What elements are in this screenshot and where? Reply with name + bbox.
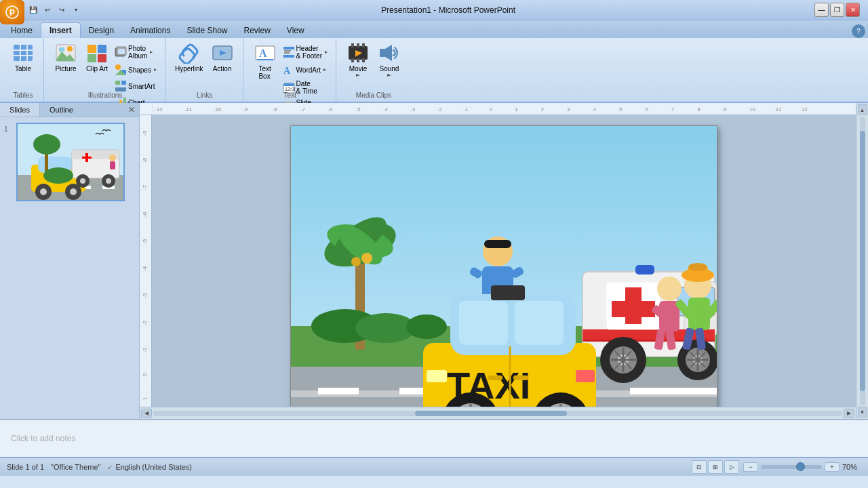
headerfooter-button[interactable]: Header& Footer <box>281 43 330 61</box>
tab-animations[interactable]: Animations <box>122 23 178 38</box>
textbox-button[interactable]: A TextBox <box>250 41 280 81</box>
hyperlink-button[interactable]: Hyperlink <box>172 41 206 74</box>
svg-rect-149 <box>484 240 511 248</box>
hscroll-thumb[interactable] <box>415 411 567 416</box>
svg-text:1: 1 <box>515 106 517 113</box>
zoom-in-button[interactable]: + <box>825 462 840 472</box>
action-button[interactable]: Action <box>208 41 237 74</box>
scroll-down-button[interactable]: ▼ <box>858 407 867 418</box>
vertical-scrollbar: ▲ ▼ <box>856 103 868 419</box>
slide-thumb-number: 1 <box>4 123 14 133</box>
normal-view-button[interactable]: ⊡ <box>692 460 707 474</box>
svg-text:-2: -2 <box>437 106 442 113</box>
movie-button[interactable]: Movie <box>343 41 373 79</box>
svg-text:-10: -10 <box>214 106 221 113</box>
headerfooter-label: Header& Footer <box>296 45 322 60</box>
table-button[interactable]: Table <box>8 41 38 74</box>
tab-design[interactable]: Design <box>81 23 122 38</box>
text-group-label: Text <box>245 92 336 99</box>
svg-point-86 <box>109 155 116 161</box>
svg-rect-53 <box>362 43 365 47</box>
hscroll-track <box>153 411 842 416</box>
svg-rect-163 <box>612 301 655 317</box>
svg-text:9: 9 <box>724 106 726 113</box>
svg-marker-38 <box>325 51 328 54</box>
svg-text:1: 1 <box>142 396 148 400</box>
svg-text:2: 2 <box>541 106 544 113</box>
tab-slideshow[interactable]: Slide Show <box>178 23 235 38</box>
scroll-up-button[interactable]: ▲ <box>858 104 867 115</box>
tab-view[interactable]: View <box>279 23 313 38</box>
svg-rect-13 <box>87 54 96 62</box>
ribbon-group-text: A TextBox Header& Footer A WordArt <box>245 38 336 102</box>
restore-button[interactable]: ❐ <box>830 3 844 17</box>
slideshow-view-button[interactable]: ▷ <box>724 460 739 474</box>
picture-button[interactable]: Picture <box>51 41 81 74</box>
redo-qat[interactable]: ↪ <box>56 4 68 16</box>
slide-canvas[interactable]: TAXI <box>290 125 717 407</box>
office-button[interactable]: P <box>0 0 24 24</box>
tab-outline[interactable]: Outline <box>40 103 83 117</box>
ribbon-group-tables: Table Tables <box>3 38 44 102</box>
zoom-out-button[interactable]: − <box>743 462 758 472</box>
undo-qat[interactable]: ↩ <box>41 4 54 16</box>
close-button[interactable]: ✕ <box>846 3 860 17</box>
horizontal-scrollbar[interactable]: ◀ ▶ <box>140 407 856 419</box>
panel-close-button[interactable]: ✕ <box>124 104 139 116</box>
vscroll-thumb[interactable] <box>860 131 865 390</box>
svg-point-85 <box>43 167 73 184</box>
zoom-slider-track[interactable] <box>761 465 822 469</box>
titlebar: 💾 ↩ ↪ ▾ Presentation1 - Microsoft PowerP… <box>0 0 868 20</box>
svg-rect-37 <box>284 52 290 54</box>
zoom-slider-thumb[interactable] <box>796 462 805 471</box>
svg-text:12: 12 <box>802 106 808 113</box>
slide-thumbnail-1[interactable]: 1 <box>4 123 135 201</box>
svg-point-147 <box>406 314 447 339</box>
svg-rect-11 <box>87 45 96 53</box>
clipart-icon <box>86 42 108 64</box>
notes-placeholder: Click to add notes <box>11 434 75 443</box>
svg-marker-18 <box>150 51 153 54</box>
slide-content: TAXI <box>291 126 717 407</box>
slide-canvas-area[interactable]: TAXI <box>152 115 856 407</box>
sound-button[interactable]: Sound <box>374 41 404 79</box>
movie-label: Movie <box>349 65 368 73</box>
wordart-button[interactable]: A WordArt <box>281 62 330 77</box>
notes-panel[interactable]: Click to add notes <box>0 419 868 457</box>
tab-slides[interactable]: Slides <box>0 103 40 117</box>
save-qat[interactable]: 💾 <box>27 4 39 16</box>
svg-text:11: 11 <box>776 106 782 113</box>
clipart-button[interactable]: Clip Art <box>82 41 112 74</box>
slidesorter-view-button[interactable]: ⊞ <box>708 460 723 474</box>
svg-rect-87 <box>110 161 115 169</box>
tab-review[interactable]: Review <box>235 23 278 38</box>
photoalbum-button[interactable]: PhotoAlbum <box>113 43 159 61</box>
ribbon-tabs: Home Insert Design Animations Slide Show… <box>0 20 868 38</box>
svg-rect-56 <box>362 58 365 62</box>
tab-home[interactable]: Home <box>3 23 41 38</box>
svg-text:-1: -1 <box>463 106 468 113</box>
ribbon: Table Tables Picture Clip Art <box>0 38 868 103</box>
tab-insert[interactable]: Insert <box>41 22 81 38</box>
qat-dropdown[interactable]: ▾ <box>70 4 82 16</box>
svg-point-144 <box>351 257 361 266</box>
help-icon[interactable]: ? <box>852 24 865 38</box>
scroll-left-button[interactable]: ◀ <box>141 409 152 418</box>
shapes-button[interactable]: Shapes <box>113 62 159 77</box>
minimize-button[interactable]: — <box>814 3 829 17</box>
svg-text:-2: -2 <box>142 320 148 325</box>
svg-rect-17 <box>118 49 125 54</box>
action-label: Action <box>213 65 232 73</box>
svg-point-143 <box>361 253 372 264</box>
photoalbum-label: PhotoAlbum <box>128 45 147 60</box>
svg-marker-40 <box>323 68 326 71</box>
svg-text:-5: -5 <box>356 106 361 113</box>
scroll-right-button[interactable]: ▶ <box>844 409 854 418</box>
svg-rect-42 <box>283 83 294 86</box>
svg-text:-9: -9 <box>243 106 248 113</box>
svg-rect-202 <box>576 370 595 382</box>
svg-text:-11: -11 <box>184 106 192 113</box>
illustrations-group-label: Illustrations <box>45 92 165 99</box>
svg-text:-12: -12 <box>155 106 163 113</box>
svg-text:-1: -1 <box>142 347 148 352</box>
